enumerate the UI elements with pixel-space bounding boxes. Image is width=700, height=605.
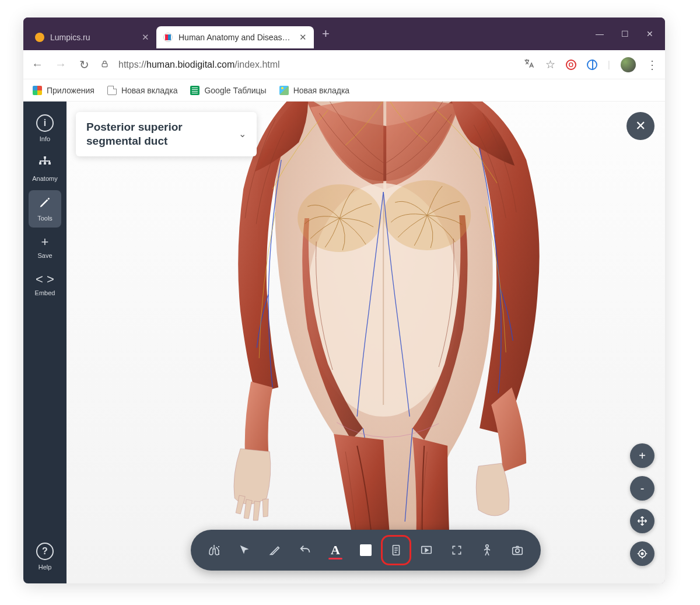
back-button[interactable]: ←	[30, 58, 44, 71]
opera-icon[interactable]: O	[566, 60, 576, 70]
profile-avatar[interactable]	[621, 57, 636, 72]
url-input[interactable]: https://human.biodigital.com/index.html	[118, 60, 514, 70]
zoom-out-button[interactable]: -	[630, 476, 654, 501]
tool-scalpel[interactable]	[262, 537, 288, 563]
tab-lumpics[interactable]: Lumpics.ru ✕	[28, 26, 156, 48]
bookmark-sheets[interactable]: Google Таблицы	[190, 86, 266, 95]
svg-rect-3	[44, 162, 46, 165]
apps-icon	[33, 86, 42, 95]
window-close-button[interactable]: ✕	[646, 29, 653, 39]
zoom-in-button[interactable]: +	[630, 443, 654, 468]
close-icon: ✕	[635, 118, 646, 134]
sidebar-item-help[interactable]: ? Help	[29, 537, 61, 576]
viewport-3d[interactable]: Posterior superior segmental duct ⌄ ✕ + …	[66, 102, 665, 583]
anatomy-label-text: Posterior superior segmental duct	[86, 120, 239, 148]
svg-point-18	[516, 549, 519, 552]
sidebar-item-tools[interactable]: Tools	[29, 190, 61, 228]
tool-present[interactable]	[414, 537, 439, 563]
anatomy-icon	[37, 156, 52, 172]
sidebar-item-anatomy[interactable]: Anatomy	[29, 151, 61, 188]
plus-icon: +	[41, 236, 49, 249]
close-icon[interactable]: ✕	[142, 32, 149, 43]
help-icon: ?	[36, 543, 54, 560]
code-icon: < >	[36, 273, 54, 286]
forward-button[interactable]: →	[54, 58, 68, 71]
browser-menu-button[interactable]: ⋮	[646, 58, 658, 72]
tool-text[interactable]: A	[323, 537, 348, 563]
bookmark-newtab[interactable]: Новая вкладка	[107, 86, 178, 95]
svg-rect-6	[40, 160, 50, 162]
pencil-icon	[38, 196, 51, 211]
minimize-button[interactable]: —	[596, 29, 604, 39]
url-text: https://human.biodigital.com/index.html	[118, 60, 280, 70]
anatomy-label-card[interactable]: Posterior superior segmental duct ⌄	[76, 112, 257, 156]
info-icon: i	[36, 114, 54, 132]
tool-color[interactable]	[353, 537, 379, 563]
translate-icon[interactable]	[523, 58, 535, 72]
svg-rect-0	[102, 63, 107, 67]
tool-undo[interactable]	[292, 537, 318, 563]
tab-title: Human Anatomy and Disease in	[178, 33, 293, 42]
sheets-icon	[190, 86, 200, 95]
address-bar: ← → ↻ https://human.biodigital.com/index…	[23, 50, 665, 79]
bookmarks-bar: Приложения Новая вкладка Google Таблицы …	[23, 79, 665, 102]
maximize-button[interactable]: ☐	[621, 29, 629, 39]
toolbar-more-button[interactable]: ⋮	[214, 544, 224, 556]
sidebar-item-embed[interactable]: < > Embed	[29, 267, 61, 302]
tab-biodigital[interactable]: Human Anatomy and Disease in ✕	[156, 26, 314, 48]
app-area: i Info Anatomy Tools	[23, 102, 665, 583]
file-icon	[107, 86, 117, 95]
picture-icon	[279, 86, 289, 95]
star-icon[interactable]: ☆	[545, 58, 555, 71]
tab-title: Lumpics.ru	[50, 33, 136, 42]
tool-fullscreen[interactable]	[444, 537, 470, 563]
svg-rect-7	[40, 160, 41, 163]
bookmark-apps[interactable]: Приложения	[33, 86, 94, 95]
sidebar-item-save[interactable]: + Save	[29, 230, 61, 265]
titlebar: Lumpics.ru ✕ Human Anatomy and Disease i…	[23, 18, 665, 50]
svg-rect-8	[49, 160, 50, 163]
new-tab-button[interactable]: +	[314, 26, 338, 41]
zoom-controls: + -	[630, 443, 654, 566]
tool-notes[interactable]	[383, 537, 409, 563]
favicon-biodigital	[163, 33, 173, 42]
anatomy-model[interactable]	[153, 102, 596, 568]
sidebar: i Info Anatomy Tools	[23, 102, 66, 583]
close-icon[interactable]: ✕	[299, 32, 307, 43]
globe-icon[interactable]	[587, 60, 597, 70]
bottom-toolbar: A	[191, 530, 541, 571]
pan-button[interactable]	[630, 509, 654, 533]
tool-camera[interactable]	[505, 537, 530, 563]
svg-point-16	[486, 545, 489, 548]
white-square-icon	[360, 544, 372, 556]
chevron-down-icon[interactable]: ⌄	[239, 128, 246, 139]
svg-rect-1	[44, 156, 46, 159]
lock-icon[interactable]	[100, 60, 109, 70]
favicon-lumpics	[35, 33, 44, 42]
close-panel-button[interactable]: ✕	[626, 112, 654, 140]
browser-window: Lumpics.ru ✕ Human Anatomy and Disease i…	[23, 18, 665, 583]
tool-figure[interactable]	[474, 537, 500, 563]
locate-button[interactable]	[630, 541, 654, 566]
reload-button[interactable]: ↻	[77, 58, 91, 72]
sidebar-item-info[interactable]: i Info	[29, 109, 61, 148]
svg-point-13	[641, 552, 643, 554]
tool-pointer[interactable]	[232, 537, 257, 563]
bookmark-newtab-2[interactable]: Новая вкладка	[279, 86, 350, 95]
